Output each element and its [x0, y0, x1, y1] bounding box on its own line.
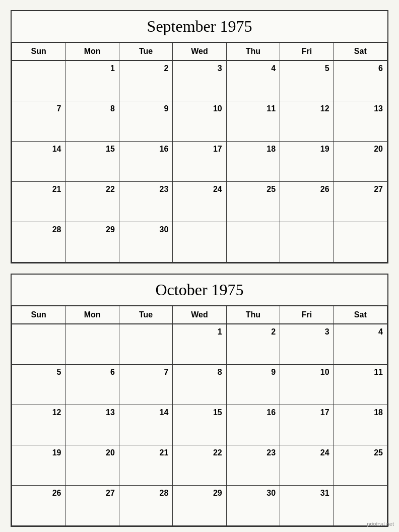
day-cell: 29 [173, 486, 226, 526]
day-cell: 25 [334, 445, 387, 486]
day-cell: 19 [280, 142, 334, 182]
day-header-tue: Tue [119, 43, 173, 61]
day-cell: 26 [280, 182, 334, 222]
day-cell: 12 [280, 101, 334, 142]
watermark: printcal.net [367, 521, 394, 527]
calendar-october-1975: October 1975SunMonTueWedThuFriSat1234567… [11, 274, 388, 527]
day-cell [173, 222, 226, 262]
calendar-title-october-1975: October 1975 [12, 275, 387, 306]
day-header-sat: Sat [334, 43, 387, 61]
day-cell: 14 [119, 405, 173, 445]
day-cell [12, 324, 65, 365]
day-cell: 1 [65, 61, 119, 101]
day-cell: 2 [227, 324, 280, 365]
calendar-title-september-1975: September 1975 [12, 11, 387, 43]
day-header-tue: Tue [119, 306, 173, 324]
day-cell: 18 [227, 142, 280, 182]
day-cell: 4 [334, 324, 387, 365]
day-cell: 30 [227, 486, 280, 526]
day-cell: 7 [119, 365, 173, 405]
calendar-grid-september-1975: SunMonTueWedThuFriSat1234567891011121314… [12, 43, 387, 262]
calendar-september-1975: September 1975SunMonTueWedThuFriSat12345… [11, 10, 388, 263]
day-cell: 22 [173, 445, 226, 486]
day-cell: 23 [227, 445, 280, 486]
day-header-thu: Thu [227, 306, 280, 324]
day-cell: 21 [119, 445, 173, 486]
day-cell: 26 [12, 486, 65, 526]
day-cell: 22 [65, 182, 119, 222]
day-cell: 11 [334, 365, 387, 405]
day-cell: 3 [173, 61, 226, 101]
day-cell [280, 222, 334, 262]
day-cell: 2 [119, 61, 173, 101]
day-cell: 14 [12, 142, 65, 182]
day-cell: 4 [227, 61, 280, 101]
day-cell: 18 [334, 405, 387, 445]
day-cell: 29 [65, 222, 119, 262]
day-header-sun: Sun [12, 43, 65, 61]
day-cell: 12 [12, 405, 65, 445]
day-cell: 6 [334, 61, 387, 101]
day-header-wed: Wed [173, 43, 226, 61]
day-cell: 13 [334, 101, 387, 142]
day-cell: 5 [280, 61, 334, 101]
day-cell: 9 [227, 365, 280, 405]
day-cell: 30 [119, 222, 173, 262]
day-header-fri: Fri [280, 43, 334, 61]
day-cell: 27 [334, 182, 387, 222]
day-cell: 6 [65, 365, 119, 405]
day-cell: 15 [173, 405, 226, 445]
day-cell: 21 [12, 182, 65, 222]
day-cell: 9 [119, 101, 173, 142]
day-cell: 27 [65, 486, 119, 526]
day-cell [334, 222, 387, 262]
day-header-sun: Sun [12, 306, 65, 324]
day-header-wed: Wed [173, 306, 226, 324]
day-cell [227, 222, 280, 262]
day-cell: 17 [280, 405, 334, 445]
day-cell: 15 [65, 142, 119, 182]
day-cell: 24 [280, 445, 334, 486]
day-cell: 11 [227, 101, 280, 142]
day-cell: 16 [227, 405, 280, 445]
day-cell: 3 [280, 324, 334, 365]
day-cell: 25 [227, 182, 280, 222]
day-header-mon: Mon [65, 43, 119, 61]
day-header-mon: Mon [65, 306, 119, 324]
day-cell: 5 [12, 365, 65, 405]
day-cell: 10 [173, 101, 226, 142]
day-cell: 8 [173, 365, 226, 405]
day-cell [65, 324, 119, 365]
day-cell: 28 [119, 486, 173, 526]
day-cell: 16 [119, 142, 173, 182]
day-cell: 31 [280, 486, 334, 526]
calendar-grid-october-1975: SunMonTueWedThuFriSat1234567891011121314… [12, 306, 387, 526]
day-cell: 17 [173, 142, 226, 182]
day-header-sat: Sat [334, 306, 387, 324]
day-cell: 28 [12, 222, 65, 262]
day-cell: 19 [12, 445, 65, 486]
day-cell: 8 [65, 101, 119, 142]
day-cell: 24 [173, 182, 226, 222]
day-cell [334, 486, 387, 526]
day-cell [12, 61, 65, 101]
day-cell: 20 [65, 445, 119, 486]
day-header-thu: Thu [227, 43, 280, 61]
day-header-fri: Fri [280, 306, 334, 324]
day-cell: 20 [334, 142, 387, 182]
day-cell: 1 [173, 324, 226, 365]
day-cell: 10 [280, 365, 334, 405]
day-cell [119, 324, 173, 365]
day-cell: 23 [119, 182, 173, 222]
day-cell: 13 [65, 405, 119, 445]
day-cell: 7 [12, 101, 65, 142]
